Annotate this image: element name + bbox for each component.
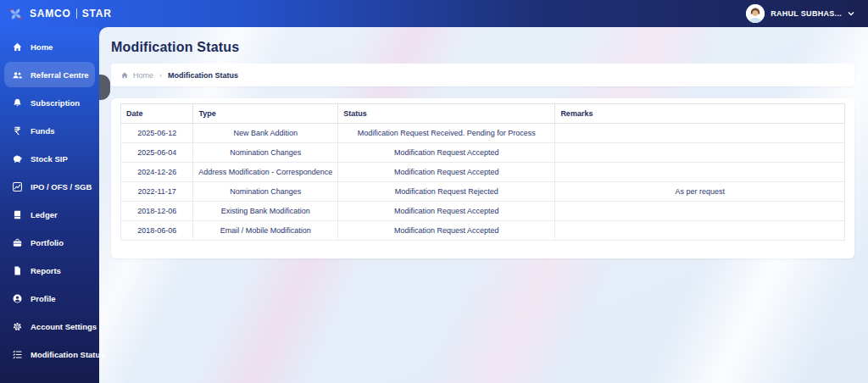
- cell-remarks: As per request: [555, 182, 845, 202]
- document-icon: [11, 264, 23, 276]
- sidebar-item-label: Stock SIP: [31, 154, 68, 164]
- people-icon: [11, 69, 23, 80]
- cell-type: Email / Mobile Modification: [193, 221, 338, 241]
- breadcrumb: Home › Modification Status: [111, 64, 854, 86]
- sidebar-item-label: Account Settings: [31, 322, 97, 331]
- cell-date: 2022-11-17: [121, 182, 193, 202]
- briefcase-icon: [11, 236, 23, 248]
- cell-type: Nomination Changes: [193, 182, 338, 202]
- top-header: SAMCO STAR RAHUL SUBHAS...: [0, 0, 868, 27]
- home-icon: [11, 41, 23, 53]
- breadcrumb-home-label: Home: [133, 71, 153, 80]
- sidebar-item-label: Funds: [31, 126, 55, 136]
- column-header: Type: [193, 104, 338, 124]
- chevron-down-icon: [848, 11, 854, 16]
- samco-pinwheel-logo-icon: [8, 6, 24, 22]
- cell-date: 2018-12-06: [121, 202, 193, 221]
- user-name: RAHUL SUBHAS...: [771, 9, 842, 18]
- main-content: Modification Status Home › Modification …: [99, 27, 868, 383]
- sidebar-item[interactable]: IPO / OFS / SGB: [4, 174, 95, 199]
- breadcrumb-home-link[interactable]: Home: [120, 71, 153, 80]
- checklist-icon: [11, 348, 23, 360]
- cell-type: Address Modification - Correspondence: [193, 163, 338, 182]
- brand-samco: SAMCO: [30, 8, 71, 19]
- table-row: 2018-06-06 Email / Mobile Modification M…: [121, 221, 845, 241]
- brand: SAMCO STAR: [8, 6, 112, 22]
- breadcrumb-separator: ›: [159, 71, 162, 80]
- table-row: 2018-12-06 Existing Bank Modification Mo…: [121, 202, 845, 221]
- sidebar-item-label: Profile: [31, 294, 56, 303]
- home-icon: [120, 71, 129, 80]
- table-row: 2022-11-17 Nomination Changes Modificati…: [121, 182, 845, 202]
- column-header: Remarks: [555, 104, 845, 124]
- cell-status: Modification Request Accepted: [338, 202, 555, 221]
- sidebar-item-label: Referral Centre: [31, 70, 89, 80]
- gear-icon: [11, 320, 23, 332]
- sidebar-item[interactable]: Reports: [4, 258, 95, 283]
- modification-status-card: DateTypeStatusRemarks 2025-06-12 New Ban…: [111, 98, 854, 258]
- sidebar-item[interactable]: Portfolio: [4, 230, 95, 255]
- cell-remarks: [555, 163, 845, 182]
- brand-star: STAR: [82, 8, 112, 19]
- cell-date: 2025-06-04: [121, 143, 193, 163]
- sidebar-item[interactable]: Modification Status: [4, 341, 95, 367]
- table-row: 2024-12-26 Address Modification - Corres…: [121, 163, 845, 182]
- sidebar-item-label: Subscription: [31, 98, 80, 108]
- sidebar-nav: Home Referral Centre Subscription Funds …: [0, 27, 99, 383]
- profile-icon: [11, 292, 23, 304]
- cell-type: New Bank Addition: [193, 124, 338, 143]
- sidebar-item-label: Home: [31, 42, 53, 52]
- sidebar-item-label: Modification Status: [31, 350, 105, 359]
- sidebar-item[interactable]: Account Settings: [4, 314, 95, 339]
- cell-status: Modification Request Received. Pending f…: [338, 124, 555, 143]
- piggy-bank-icon: [11, 153, 23, 164]
- cell-type: Existing Bank Modification: [193, 202, 338, 221]
- cell-type: Nomination Changes: [193, 143, 338, 163]
- cell-status: Modification Request Rejected: [338, 182, 555, 202]
- sidebar-item-label: IPO / OFS / SGB: [31, 182, 92, 192]
- bell-icon: [11, 97, 23, 108]
- table-row: 2025-06-04 Nomination Changes Modificati…: [121, 143, 845, 163]
- cell-date: 2025-06-12: [121, 124, 193, 143]
- sidebar-item[interactable]: Stock SIP: [4, 146, 95, 171]
- rupee-icon: [11, 125, 23, 136]
- column-header: Status: [338, 104, 555, 124]
- cell-remarks: [555, 221, 845, 241]
- column-header: Date: [121, 104, 193, 124]
- user-menu[interactable]: RAHUL SUBHAS...: [746, 4, 854, 23]
- sidebar-item[interactable]: Profile: [4, 286, 95, 311]
- sidebar-item[interactable]: Ledger: [4, 202, 95, 227]
- cell-date: 2024-12-26: [121, 163, 193, 182]
- breadcrumb-current: Modification Status: [168, 71, 238, 80]
- book-icon: [11, 208, 23, 220]
- cell-status: Modification Request Accepted: [338, 163, 555, 182]
- sidebar-item[interactable]: Subscription: [4, 90, 95, 115]
- sidebar-item-label: Reports: [31, 266, 61, 275]
- sidebar-item[interactable]: Funds: [4, 118, 95, 143]
- avatar: [746, 4, 765, 23]
- sidebar-item[interactable]: Referral Centre: [4, 62, 95, 87]
- sidebar-item[interactable]: Home: [4, 34, 95, 59]
- cell-status: Modification Request Accepted: [338, 221, 555, 241]
- chart-icon: [11, 180, 23, 192]
- modification-status-table: DateTypeStatusRemarks 2025-06-12 New Ban…: [120, 103, 845, 241]
- cell-status: Modification Request Accepted: [338, 143, 555, 163]
- cell-remarks: [555, 124, 845, 143]
- page-title: Modification Status: [111, 40, 868, 55]
- sidebar-item-label: Portfolio: [31, 238, 64, 247]
- table-header-row: DateTypeStatusRemarks: [121, 104, 845, 124]
- brand-separator: [76, 8, 77, 19]
- cell-remarks: [555, 143, 845, 163]
- sidebar-item-label: Ledger: [31, 210, 58, 219]
- cell-date: 2018-06-06: [121, 221, 193, 241]
- cell-remarks: [555, 202, 845, 221]
- table-row: 2025-06-12 New Bank Addition Modificatio…: [121, 124, 845, 143]
